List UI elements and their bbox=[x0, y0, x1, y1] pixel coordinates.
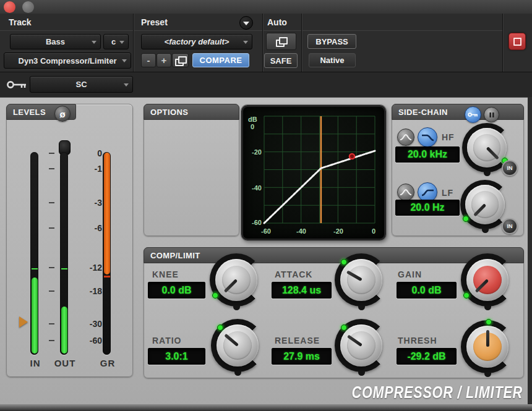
hf-shelf-button[interactable] bbox=[418, 127, 437, 147]
gr-meter-label: GR bbox=[94, 358, 121, 368]
target-button[interactable] bbox=[508, 33, 526, 50]
scale-label: -18 bbox=[76, 286, 102, 296]
preset-menu-button[interactable] bbox=[239, 16, 253, 30]
track-name: Bass bbox=[46, 37, 65, 46]
auto-section-label: Auto bbox=[267, 17, 287, 27]
release-value: 27.9 ms bbox=[283, 351, 320, 362]
minus-label: - bbox=[147, 55, 150, 66]
lowpass-curve-icon bbox=[421, 132, 434, 142]
attack-display[interactable]: 128.4 us bbox=[272, 282, 332, 299]
bandpass-curve-icon bbox=[400, 188, 412, 197]
graph-xtick: -60 bbox=[261, 227, 271, 235]
knee-value: 0.0 dB bbox=[161, 285, 191, 296]
scale-label: -1 bbox=[76, 164, 102, 174]
bypass-button[interactable]: BYPASS bbox=[307, 34, 356, 49]
meter-tick bbox=[49, 267, 54, 268]
preset-selector[interactable]: <factory default> bbox=[141, 34, 252, 49]
safe-label: SAFE bbox=[270, 56, 292, 66]
threshold-arrow[interactable] bbox=[19, 316, 28, 328]
knob-tab bbox=[233, 305, 240, 310]
input-meter bbox=[30, 152, 38, 355]
release-label: RELEASE bbox=[275, 336, 320, 345]
preset-section-label: Preset bbox=[141, 17, 168, 27]
track-selector[interactable]: Bass bbox=[10, 34, 101, 49]
window-minimize-button[interactable] bbox=[22, 1, 34, 13]
gain-value: 0.0 dB bbox=[411, 285, 441, 296]
automation-button[interactable] bbox=[266, 33, 296, 50]
graph-ytick: -20 bbox=[252, 148, 262, 156]
options-panel-header: OPTIONS bbox=[144, 104, 239, 120]
hf-bandpass-button[interactable] bbox=[397, 129, 414, 146]
graph-ytick: 0 bbox=[251, 123, 254, 130]
lf-frequency-display[interactable]: 20.0 Hz bbox=[395, 200, 460, 216]
phase-invert-button[interactable]: ø bbox=[54, 106, 71, 122]
graph-unit-label: dB bbox=[248, 116, 257, 123]
header-separator bbox=[262, 14, 263, 72]
channel-selector[interactable]: c bbox=[103, 34, 129, 49]
native-button[interactable]: Native bbox=[309, 53, 356, 67]
graph-xtick: 0 bbox=[372, 227, 375, 235]
phase-symbol: ø bbox=[59, 109, 65, 119]
key-input-selector[interactable]: SC bbox=[30, 76, 133, 93]
ratio-value: 3.0:1 bbox=[165, 351, 187, 362]
thresh-label: THRESH bbox=[398, 336, 437, 345]
release-knob[interactable] bbox=[335, 319, 388, 372]
compare-button[interactable]: COMPARE bbox=[192, 53, 249, 67]
output-meter bbox=[60, 152, 68, 355]
lf-label: LF bbox=[442, 188, 453, 198]
ratio-display[interactable]: 3.0:1 bbox=[148, 348, 205, 365]
scale-label: -12 bbox=[76, 263, 102, 273]
native-label: Native bbox=[320, 56, 344, 65]
knob-tab bbox=[358, 371, 365, 376]
header-separator bbox=[133, 14, 134, 72]
key-listen-button[interactable] bbox=[484, 107, 499, 122]
attack-knob[interactable] bbox=[335, 253, 388, 307]
window-bottom-edge bbox=[0, 404, 532, 411]
thresh-display[interactable]: -29.2 dB bbox=[397, 348, 457, 365]
copy-settings-button[interactable] bbox=[172, 53, 189, 67]
scale-label: -6 bbox=[76, 223, 102, 233]
output-peak-indicator bbox=[61, 268, 67, 269]
safe-button[interactable]: SAFE bbox=[264, 53, 298, 68]
thresh-knob[interactable] bbox=[461, 320, 514, 373]
gain-knob[interactable] bbox=[461, 253, 514, 307]
gain-label: GAIN bbox=[398, 269, 422, 279]
key-input-row: SC bbox=[0, 72, 532, 98]
release-display[interactable]: 27.9 ms bbox=[272, 348, 332, 365]
input-meter-fill bbox=[32, 278, 38, 354]
previous-preset-button[interactable]: - bbox=[141, 53, 156, 67]
knob-tab bbox=[482, 228, 489, 233]
plugin-name: Dyn3 Compressor/Limiter bbox=[19, 56, 117, 66]
sidechain-key-button[interactable] bbox=[465, 106, 481, 123]
plugin-header: Track Bass c Dyn3 Compressor/Limiter Pre… bbox=[0, 14, 532, 72]
meter-tick bbox=[49, 153, 54, 154]
knee-display[interactable]: 0.0 dB bbox=[148, 282, 205, 299]
sidechain-title: SIDE-CHAIN bbox=[398, 108, 448, 117]
lf-in-button[interactable]: IN bbox=[502, 218, 518, 234]
knob-tab bbox=[358, 305, 365, 310]
knob-led bbox=[463, 216, 469, 222]
signal-marker bbox=[350, 154, 354, 159]
next-preset-button[interactable]: + bbox=[157, 53, 171, 67]
transfer-curve-display: dB 0 -20 -40 -60 -60 -40 -20 0 bbox=[241, 105, 386, 240]
meter-tick bbox=[49, 202, 54, 203]
knee-knob[interactable] bbox=[210, 253, 263, 307]
gain-reduction-fill bbox=[104, 153, 110, 274]
ratio-label: RATIO bbox=[152, 336, 182, 345]
plugin-selector[interactable]: Dyn3 Compressor/Limiter bbox=[4, 53, 131, 69]
plugin-window: Track Bass c Dyn3 Compressor/Limiter Pre… bbox=[0, 0, 532, 411]
scale-label: 0 bbox=[76, 148, 102, 158]
lf-bandpass-button[interactable] bbox=[397, 184, 414, 201]
hf-frequency-display[interactable]: 20.0 kHz bbox=[395, 146, 460, 163]
complimit-title: COMP/LIMIT bbox=[150, 251, 200, 260]
gain-display[interactable]: 0.0 dB bbox=[397, 282, 457, 299]
window-close-button[interactable] bbox=[4, 1, 15, 13]
options-title: OPTIONS bbox=[150, 108, 188, 117]
ratio-knob[interactable] bbox=[211, 319, 264, 372]
header-separator bbox=[301, 14, 302, 72]
chevron-down-icon bbox=[122, 59, 127, 62]
compare-label: COMPARE bbox=[200, 56, 242, 65]
meter-tick bbox=[49, 290, 54, 292]
chevron-down-icon bbox=[92, 41, 97, 44]
hf-in-button[interactable]: IN bbox=[502, 160, 518, 176]
